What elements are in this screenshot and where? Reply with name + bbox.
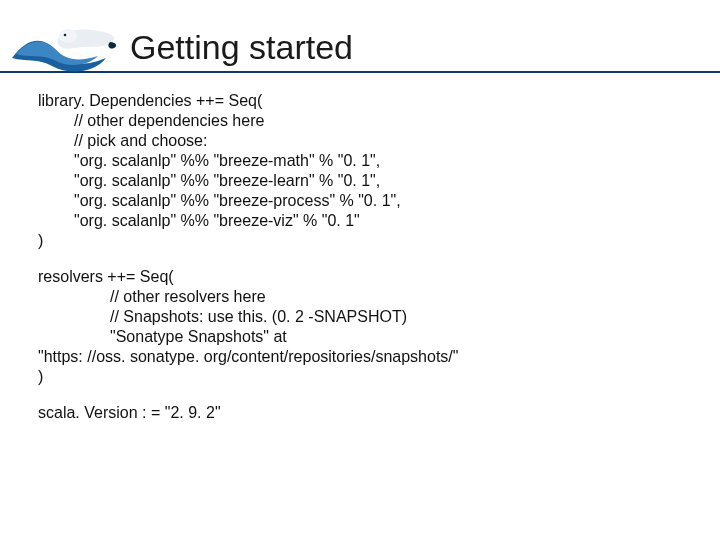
code-line: // other resolvers here [38, 287, 690, 307]
code-line: ) [38, 367, 690, 387]
svg-point-1 [64, 34, 67, 37]
code-line: // pick and choose: [38, 131, 690, 151]
svg-point-0 [59, 29, 77, 43]
code-line: "Sonatype Snapshots" at [38, 327, 690, 347]
code-line: "https: //oss. sonatype. org/content/rep… [38, 347, 690, 367]
code-line: // Snapshots: use this. (0. 2 -SNAPSHOT) [38, 307, 690, 327]
scala-version-block: scala. Version : = "2. 9. 2" [38, 403, 690, 423]
slide-content: library. Dependencies ++= Seq( // other … [0, 83, 720, 423]
page-title: Getting started [130, 28, 353, 67]
code-line: scala. Version : = "2. 9. 2" [38, 403, 690, 423]
code-line: ) [38, 231, 690, 251]
library-dependencies-block: library. Dependencies ++= Seq( // other … [38, 91, 690, 251]
code-line: "org. scalanlp" %% "breeze-learn" % "0. … [38, 171, 690, 191]
scalanlp-logo [10, 18, 120, 73]
code-line: "org. scalanlp" %% "breeze-math" % "0. 1… [38, 151, 690, 171]
code-line: "org. scalanlp" %% "breeze-viz" % "0. 1" [38, 211, 690, 231]
slide-header: Getting started [0, 0, 720, 73]
code-line: library. Dependencies ++= Seq( [38, 91, 690, 111]
code-line: resolvers ++= Seq( [38, 267, 690, 287]
code-line: // other dependencies here [38, 111, 690, 131]
resolvers-block: resolvers ++= Seq( // other resolvers he… [38, 267, 690, 387]
code-line: "org. scalanlp" %% "breeze-process" % "0… [38, 191, 690, 211]
